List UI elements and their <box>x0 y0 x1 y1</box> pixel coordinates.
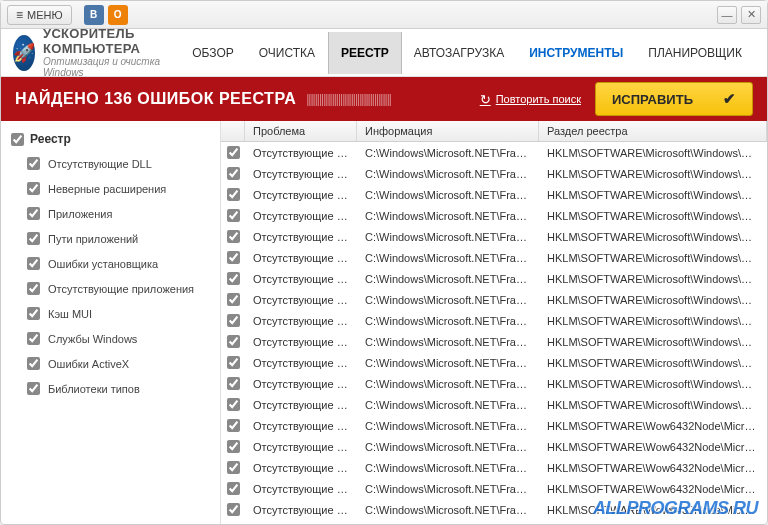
table-row[interactable]: Отсутствующие DLLC:\Windows\Microsoft.NE… <box>221 331 767 352</box>
sidebar-header[interactable]: Реестр <box>1 127 220 151</box>
sidebar-item-checkbox[interactable] <box>27 282 40 295</box>
tab-автозагрузка[interactable]: АВТОЗАГРУЗКА <box>402 32 517 74</box>
table-row[interactable]: Отсутствующие DLLC:\Windows\Microsoft.NE… <box>221 520 767 524</box>
cell-problem: Отсутствующие DLL <box>245 334 357 350</box>
sidebar-item-checkbox[interactable] <box>27 382 40 395</box>
table-row[interactable]: Отсутствующие DLLC:\Windows\Microsoft.NE… <box>221 268 767 289</box>
cell-problem: Отсутствующие DLL <box>245 439 357 455</box>
table-row[interactable]: Отсутствующие DLLC:\Windows\Microsoft.NE… <box>221 142 767 163</box>
row-checkbox[interactable] <box>227 482 240 495</box>
table-row[interactable]: Отсутствующие DLLC:\Windows\Microsoft.NE… <box>221 247 767 268</box>
cell-section: HKLM\SOFTWARE\Microsoft\Windows\Curre... <box>539 166 767 182</box>
sidebar-item[interactable]: Отсутствующие DLL <box>1 151 220 176</box>
table-row[interactable]: Отсутствующие DLLC:\Windows\Microsoft.NE… <box>221 163 767 184</box>
sidebar-item[interactable]: Отсутствующие приложения <box>1 276 220 301</box>
sidebar-item-checkbox[interactable] <box>27 157 40 170</box>
col-info[interactable]: Информация <box>357 121 539 141</box>
sidebar-item-checkbox[interactable] <box>27 357 40 370</box>
menu-label: МЕНЮ <box>27 9 63 21</box>
vk-button[interactable]: B <box>84 5 104 25</box>
row-checkbox[interactable] <box>227 461 240 474</box>
cell-info: C:\Windows\Microsoft.NET\Framew... <box>357 313 539 329</box>
sidebar-item-label: Службы Windows <box>48 333 137 345</box>
sidebar-item-checkbox[interactable] <box>27 332 40 345</box>
cell-problem: Отсутствующие DLL <box>245 271 357 287</box>
table-row[interactable]: Отсутствующие DLLC:\Windows\Microsoft.NE… <box>221 478 767 499</box>
row-checkbox[interactable] <box>227 230 240 243</box>
sidebar-item[interactable]: Службы Windows <box>1 326 220 351</box>
sidebar-item-checkbox[interactable] <box>27 182 40 195</box>
tab-обзор[interactable]: ОБЗОР <box>180 32 247 74</box>
row-checkbox[interactable] <box>227 503 240 516</box>
sidebar-item-checkbox[interactable] <box>27 257 40 270</box>
table-row[interactable]: Отсутствующие DLLC:\Windows\Microsoft.NE… <box>221 289 767 310</box>
table-row[interactable]: Отсутствующие DLLC:\Windows\Microsoft.NE… <box>221 352 767 373</box>
row-checkbox[interactable] <box>227 398 240 411</box>
col-section[interactable]: Раздел реестра <box>539 121 767 141</box>
cell-section: HKLM\SOFTWARE\Wow6432Node\Microsoft\... <box>539 523 767 525</box>
cell-section: HKLM\SOFTWARE\Microsoft\Windows\Curre... <box>539 145 767 161</box>
sidebar-item-label: Приложения <box>48 208 112 220</box>
cell-info: C:\Windows\Microsoft.NET\Framew... <box>357 460 539 476</box>
sidebar-header-checkbox[interactable] <box>11 133 24 146</box>
row-checkbox[interactable] <box>227 272 240 285</box>
table-row[interactable]: Отсутствующие DLLC:\Windows\Microsoft.NE… <box>221 415 767 436</box>
sidebar-item-checkbox[interactable] <box>27 307 40 320</box>
sidebar-item[interactable]: Библиотеки типов <box>1 376 220 401</box>
row-checkbox[interactable] <box>227 209 240 222</box>
brand-text: УСКОРИТЕЛЬ КОМПЬЮТЕРА Оптимизация и очис… <box>43 27 160 78</box>
table-row[interactable]: Отсутствующие DLLC:\Windows\Microsoft.NE… <box>221 226 767 247</box>
sidebar-item[interactable]: Кэш MUI <box>1 301 220 326</box>
sidebar-item[interactable]: Пути приложений <box>1 226 220 251</box>
sidebar-item-checkbox[interactable] <box>27 207 40 220</box>
row-checkbox[interactable] <box>227 146 240 159</box>
table-row[interactable]: Отсутствующие DLLC:\Windows\Microsoft.NE… <box>221 436 767 457</box>
menu-button[interactable]: МЕНЮ <box>7 5 72 25</box>
cell-info: C:\Windows\Microsoft.NET\Framew... <box>357 292 539 308</box>
row-checkbox[interactable] <box>227 293 240 306</box>
main-panel: Проблема Информация Раздел реестра Отсут… <box>221 121 767 524</box>
table-row[interactable]: Отсутствующие DLLC:\Windows\Microsoft.NE… <box>221 394 767 415</box>
cell-info: C:\Windows\Microsoft.NET\Framew... <box>357 376 539 392</box>
col-problem[interactable]: Проблема <box>245 121 357 141</box>
table-row[interactable]: Отсутствующие DLLC:\Windows\Microsoft.NE… <box>221 205 767 226</box>
row-checkbox[interactable] <box>227 167 240 180</box>
close-button[interactable]: ✕ <box>741 6 761 24</box>
tab-инструменты[interactable]: ИНСТРУМЕНТЫ <box>517 32 636 74</box>
cell-problem: Отсутствующие DLL <box>245 418 357 434</box>
tab-планировщик[interactable]: ПЛАНИРОВЩИК <box>636 32 755 74</box>
table-row[interactable]: Отсутствующие DLLC:\Windows\Microsoft.NE… <box>221 457 767 478</box>
row-checkbox[interactable] <box>227 377 240 390</box>
sidebar-item[interactable]: Ошибки установщика <box>1 251 220 276</box>
tab-очистка[interactable]: ОЧИСТКА <box>247 32 328 74</box>
table-row[interactable]: Отсутствующие DLLC:\Windows\Microsoft.NE… <box>221 310 767 331</box>
table-row[interactable]: Отсутствующие DLLC:\Windows\Microsoft.NE… <box>221 373 767 394</box>
cell-problem: Отсутствующие DLL <box>245 187 357 203</box>
sidebar-item-label: Кэш MUI <box>48 308 92 320</box>
sidebar-item[interactable]: Ошибки ActiveX <box>1 351 220 376</box>
sidebar-item-checkbox[interactable] <box>27 232 40 245</box>
row-checkbox[interactable] <box>227 314 240 327</box>
cell-problem: Отсутствующие DLL <box>245 460 357 476</box>
table-row[interactable]: Отсутствующие DLLC:\Windows\Microsoft.NE… <box>221 184 767 205</box>
table-body[interactable]: Отсутствующие DLLC:\Windows\Microsoft.NE… <box>221 142 767 524</box>
sidebar-item[interactable]: Неверные расширения <box>1 176 220 201</box>
row-checkbox[interactable] <box>227 419 240 432</box>
row-checkbox[interactable] <box>227 356 240 369</box>
row-checkbox[interactable] <box>227 335 240 348</box>
table-row[interactable]: Отсутствующие DLLC:\Windows\Microsoft.NE… <box>221 499 767 520</box>
fix-button[interactable]: ИСПРАВИТЬ ✔ <box>595 82 753 116</box>
cell-section: HKLM\SOFTWARE\Microsoft\Windows\Curre... <box>539 208 767 224</box>
ok-button[interactable]: O <box>108 5 128 25</box>
sidebar-item[interactable]: Приложения <box>1 201 220 226</box>
minimize-button[interactable]: — <box>717 6 737 24</box>
cell-info: C:\Windows\Microsoft.NET\Framew... <box>357 439 539 455</box>
row-checkbox[interactable] <box>227 251 240 264</box>
row-checkbox[interactable] <box>227 188 240 201</box>
cell-section: HKLM\SOFTWARE\Wow6432Node\Microsoft\... <box>539 439 767 455</box>
cell-section: HKLM\SOFTWARE\Wow6432Node\Microsoft\... <box>539 460 767 476</box>
cell-info: C:\Windows\Microsoft.NET\Framew... <box>357 229 539 245</box>
repeat-search-link[interactable]: Повторить поиск <box>480 92 581 107</box>
row-checkbox[interactable] <box>227 440 240 453</box>
tab-реестр[interactable]: РЕЕСТР <box>328 32 402 74</box>
